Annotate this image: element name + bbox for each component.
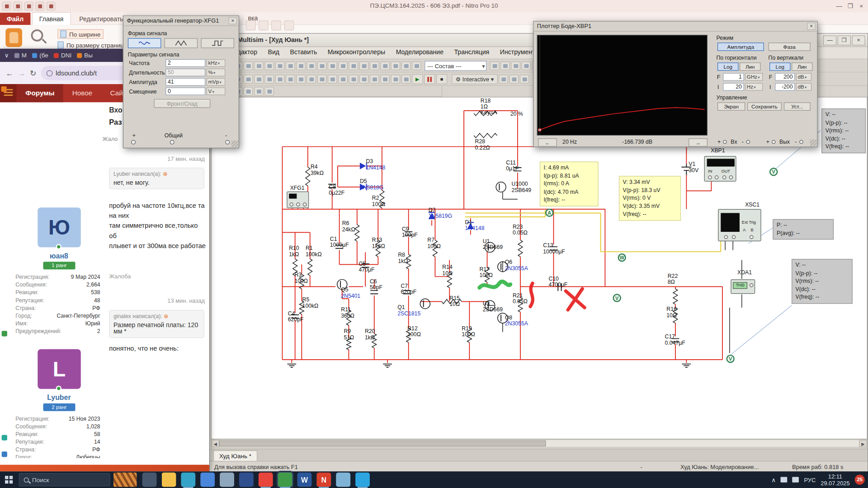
toolbar-icon[interactable]	[359, 61, 369, 70]
chevron-down-icon[interactable]: ∨	[5, 52, 9, 59]
funcgen-titlebar[interactable]: Функциональный генератор-XFG1	[123, 16, 239, 26]
terminal-minus[interactable]	[225, 140, 230, 145]
widgets-icon[interactable]	[113, 473, 137, 487]
vert-log-button[interactable]: Log	[769, 62, 791, 70]
tray-chevron-icon[interactable]: ∧	[771, 476, 776, 483]
toolbar-icon[interactable]	[307, 61, 316, 70]
amplitude-unit[interactable]: mVp	[207, 78, 226, 86]
out-plus-terminal[interactable]	[772, 140, 776, 144]
h-f-input[interactable]: 1	[723, 73, 744, 81]
scrollbar-thumb[interactable]	[219, 441, 546, 446]
funcgen-close-button[interactable]: ×	[229, 17, 237, 24]
taskbar-app-paint[interactable]	[336, 473, 350, 487]
speaker-icon[interactable]	[793, 477, 799, 483]
composition-dropdown[interactable]: --- Состав ---	[425, 61, 486, 70]
taskbar-app-task-view[interactable]	[142, 473, 157, 487]
toolbar-icon[interactable]	[499, 75, 508, 84]
toolbar-icon[interactable]	[370, 75, 379, 84]
nitro-maximize-button[interactable]: ❐	[845, 1, 856, 11]
simulate-pause-button[interactable]	[424, 74, 435, 84]
toolbar-icon[interactable]	[401, 61, 411, 70]
quote-block[interactable]: Lyuber написал(а): ⊕ нет, не могу.	[109, 168, 204, 189]
notification-badge[interactable]: 25	[855, 475, 865, 485]
terminal-common[interactable]	[170, 140, 175, 145]
toolbar-icon[interactable]	[490, 61, 500, 70]
multisim-minimize-button[interactable]: —	[823, 35, 836, 45]
duty-unit[interactable]: %	[207, 69, 226, 76]
toolbar-icon[interactable]	[511, 61, 520, 70]
duty-input[interactable]: 50	[165, 69, 205, 76]
toolbar-icon[interactable]	[338, 61, 348, 70]
toolbar-icon[interactable]	[380, 75, 390, 84]
taskbar-app-store[interactable]	[239, 473, 254, 487]
bode-titlebar[interactable]: Плоттер Боде-XBP1	[533, 22, 817, 32]
toolbar-icon[interactable]	[349, 75, 358, 84]
h-f-unit[interactable]: GHz	[745, 73, 763, 81]
toolbar-icon[interactable]	[317, 75, 327, 84]
toolbar-icon[interactable]	[391, 75, 400, 84]
nitro-minimize-button[interactable]: —	[834, 1, 844, 11]
toolbar-icon[interactable]	[391, 61, 400, 70]
v-i-unit[interactable]: dB	[796, 83, 811, 91]
resize-grip[interactable]	[810, 140, 816, 146]
nitro-tab-home[interactable]: Главная	[32, 12, 71, 25]
quote-expand-icon[interactable]: ⊕	[164, 313, 168, 319]
in-plus-terminal[interactable]	[723, 140, 727, 144]
nitro-tab-edit[interactable]: Редактировать	[72, 13, 130, 25]
page-mini-icon[interactable]	[1, 86, 6, 92]
square-wave-button[interactable]	[201, 38, 234, 48]
h-i-unit[interactable]: Hz	[745, 83, 763, 91]
toolbar-icon[interactable]	[286, 75, 295, 84]
in-minus-terminal[interactable]	[746, 140, 750, 144]
toolbar-icon[interactable]	[349, 61, 358, 70]
edge-button[interactable]: Фронт/Спад	[154, 99, 210, 108]
quote-block[interactable]: ginalex написал(а): ⊕ Размер печатной пл…	[109, 310, 204, 338]
simulate-stop-button[interactable]: ■	[436, 74, 447, 84]
triangle-wave-button[interactable]	[165, 38, 198, 48]
taskbar-app-edge[interactable]	[181, 473, 195, 487]
sheet-tab[interactable]: Худ Юань *	[213, 450, 257, 461]
cursor-right-button[interactable]: →	[689, 138, 708, 146]
toolbar-icon[interactable]	[359, 75, 369, 84]
toolbar-icon[interactable]	[509, 75, 519, 84]
save-button[interactable]: Сохранить	[747, 103, 782, 111]
phase-button[interactable]: Фаза	[769, 42, 811, 51]
taskbar-app-file-explorer[interactable]	[162, 473, 176, 487]
taskbar-app-multisim[interactable]	[278, 473, 292, 487]
resize-grip[interactable]	[231, 141, 238, 147]
horiz-log-button[interactable]: Log	[717, 62, 739, 70]
v-f-unit[interactable]: dB	[796, 73, 811, 81]
avatar[interactable]: Ю	[38, 207, 81, 247]
toolbar-icon[interactable]	[264, 87, 274, 96]
back-icon[interactable]: ←	[5, 69, 13, 78]
refresh-icon[interactable]: ↻	[30, 69, 36, 78]
fit-width-option[interactable]: По ширине	[57, 29, 103, 39]
toolbar-icon[interactable]	[328, 75, 337, 84]
page-mini-icon[interactable]	[2, 451, 7, 457]
toolbar-icon[interactable]	[317, 61, 327, 70]
toolbar-icon[interactable]	[500, 61, 510, 70]
menu-view[interactable]: Вид	[264, 47, 284, 57]
toolbar-icon[interactable]	[370, 61, 379, 70]
post-timestamp[interactable]: 13 мин. назад	[167, 297, 205, 304]
toolbar-icon[interactable]	[275, 61, 285, 70]
horiz-lin-button[interactable]: Лин	[740, 62, 761, 70]
toolbar-icon[interactable]	[264, 61, 274, 70]
menu-insert[interactable]: Вставить	[286, 47, 321, 57]
quote-expand-icon[interactable]: ⊕	[163, 171, 167, 177]
scroll-right-arrow[interactable]: ▶	[859, 440, 867, 447]
toolbar-icon[interactable]	[286, 61, 295, 70]
site-info-icon[interactable]	[47, 70, 52, 76]
out-minus-terminal[interactable]	[799, 140, 803, 144]
toolbar-icon[interactable]	[244, 75, 253, 84]
toolbar-icon[interactable]	[401, 75, 411, 84]
amplitude-input[interactable]: 41	[165, 78, 205, 86]
horizontal-scrollbar[interactable]: ◀ ▶	[211, 439, 868, 447]
scroll-left-arrow[interactable]: ◀	[212, 440, 219, 447]
fit-page-option[interactable]: По размеру страницы	[57, 42, 128, 49]
toolbar-icon[interactable]	[254, 87, 264, 96]
toolbar-icon[interactable]	[520, 75, 529, 84]
taskbar-search[interactable]: Поиск	[19, 473, 110, 486]
frequency-input[interactable]: 2	[165, 59, 205, 67]
toolbar-icon[interactable]	[296, 61, 306, 70]
